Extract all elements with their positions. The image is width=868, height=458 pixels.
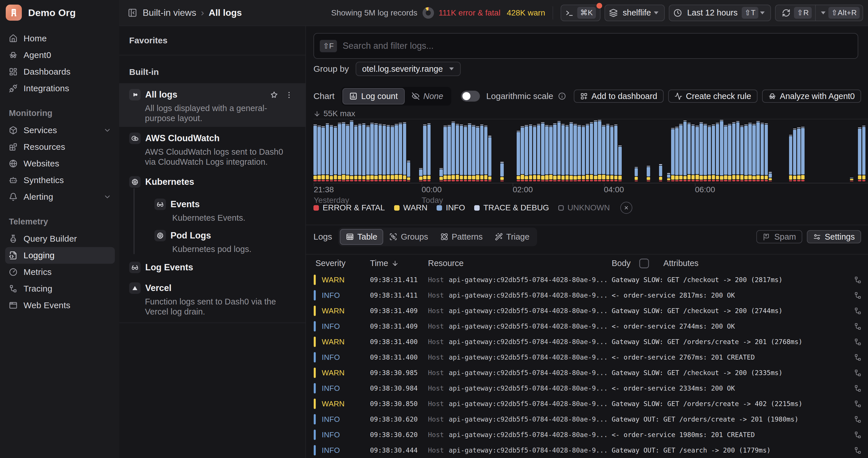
log-row[interactable]: WARN09:38:30.985Hostapi-gateway:c92db5f5…: [306, 365, 868, 381]
bar-segment-info: [334, 127, 337, 174]
tracing-icon[interactable]: [854, 276, 862, 284]
sidebar-item-resources[interactable]: Resources: [5, 139, 115, 155]
tracing-icon[interactable]: [854, 354, 862, 361]
body-column-label[interactable]: Body: [612, 259, 631, 268]
log-row[interactable]: WARN09:38:31.411Hostapi-gateway:c92db5f5…: [306, 272, 868, 288]
kebab-menu-icon[interactable]: [285, 91, 293, 99]
sidebar-item-alerting[interactable]: Alerting: [5, 189, 115, 205]
log-row[interactable]: INFO09:38:31.411Hostapi-gateway:c92db5f5…: [306, 288, 868, 303]
log-row[interactable]: WARN09:38:31.400Hostapi-gateway:c92db5f5…: [306, 334, 868, 350]
bar-segment-err: [557, 180, 561, 182]
sidebar-item-logging[interactable]: Logging: [5, 247, 115, 264]
chart-bar: [537, 124, 540, 182]
bar-segment-cap: [647, 166, 650, 166]
refresh-icon[interactable]: [782, 9, 790, 17]
log-actions-cell: [847, 323, 868, 330]
bar-segment-err: [728, 180, 732, 182]
warn-count[interactable]: 428K warn: [507, 8, 545, 18]
chart-mode-none[interactable]: None: [405, 88, 450, 104]
sidebar-item-tracing[interactable]: Tracing: [5, 281, 115, 297]
column-resource[interactable]: Resource: [428, 259, 612, 268]
collapse-panel-icon[interactable]: [128, 8, 137, 18]
time-range-button[interactable]: Last 12 hours ⇧T: [669, 5, 771, 21]
tracing-icon[interactable]: [854, 338, 862, 346]
sidebar-item-integrations[interactable]: Integrations: [5, 80, 115, 97]
group-by-select[interactable]: otel.log.severity.range: [355, 62, 461, 76]
log-row[interactable]: INFO09:38:31.400Hostapi-gateway:c92db5f5…: [306, 350, 868, 365]
log-scale-toggle[interactable]: [461, 91, 480, 102]
sidebar-item-services[interactable]: Services: [5, 122, 115, 139]
star-icon[interactable]: [270, 91, 278, 99]
log-row[interactable]: WARN09:38:30.850Hostapi-gateway:c92db5f5…: [306, 396, 868, 412]
tracing-icon[interactable]: [854, 369, 862, 377]
tracing-icon[interactable]: [854, 416, 862, 423]
chart-action-add-to-dashboard[interactable]: Add to dashboard: [574, 90, 663, 103]
sidebar-item-query-builder[interactable]: Query Builder: [5, 230, 115, 247]
view-item-kubernetes[interactable]: KubernetesEventsKubernetes Events.Pod Lo…: [119, 170, 305, 256]
spam-button[interactable]: Spam: [756, 230, 802, 243]
bar-segment-err: [850, 181, 854, 182]
sidebar-item-web-events[interactable]: Web Events: [5, 297, 115, 314]
bar-segment-err: [452, 180, 455, 182]
breadcrumb-section[interactable]: Built-in views: [143, 7, 196, 18]
severity-bar: [314, 445, 316, 455]
sidebar-item-metrics[interactable]: Metrics: [5, 264, 115, 281]
view-item-all-logs[interactable]: All logsAll logs displayed with a genera…: [119, 83, 305, 127]
view-item-vercel[interactable]: VercelFunction logs sent to Dash0 via th…: [119, 276, 305, 320]
settings-button[interactable]: Settings: [807, 230, 861, 243]
info-icon[interactable]: [558, 92, 566, 100]
bar-segment-warn: [452, 175, 455, 179]
sidebar-item-dashboards[interactable]: Dashboards: [5, 63, 115, 80]
log-row[interactable]: INFO09:38:30.620Hostapi-gateway:c92db5f5…: [306, 412, 868, 427]
command-menu-button[interactable]: ⌘K: [561, 5, 600, 21]
chart-action-label: Create check rule: [686, 92, 751, 101]
sidebar-item-home[interactable]: Home: [5, 30, 115, 47]
attributes-checkbox[interactable]: [639, 259, 649, 268]
log-row[interactable]: WARN09:38:31.409Hostapi-gateway:c92db5f5…: [306, 303, 868, 319]
logs-tab-patterns[interactable]: Patterns: [434, 229, 489, 245]
legend-item-unknown[interactable]: UNKNOWN: [558, 203, 610, 212]
chart-action-analyze-with-agent0[interactable]: Analyze with Agent0: [762, 90, 861, 103]
logs-tab-table[interactable]: Table: [340, 229, 383, 245]
chart-mode-log-count[interactable]: Log count: [342, 88, 404, 104]
workspace-picker-button[interactable]: shelflife: [604, 5, 665, 21]
bar-segment-cap: [671, 128, 675, 129]
refresh-caret-icon[interactable]: [821, 11, 826, 14]
tracing-icon[interactable]: [854, 307, 862, 315]
tracing-icon[interactable]: [854, 385, 862, 392]
log-body: <- order-service 2744ms: 200 OK: [612, 323, 735, 330]
search-input[interactable]: ⇧F Search and filter logs...: [313, 33, 858, 59]
log-row[interactable]: INFO09:38:31.409Hostapi-gateway:c92db5f5…: [306, 319, 868, 334]
sidebar-item-agent0[interactable]: Agent0: [5, 47, 115, 63]
org-switcher[interactable]: Demo Org: [5, 5, 115, 21]
sidebar-item-websites[interactable]: Websites: [5, 155, 115, 172]
logs-tab-triage[interactable]: Triage: [489, 229, 536, 245]
sidebar-item-synthetics[interactable]: Synthetics: [5, 172, 115, 189]
logs-tab-groups[interactable]: Groups: [383, 229, 434, 245]
log-row[interactable]: INFO09:38:30.444Hostapi-gateway:c92db5f5…: [306, 443, 868, 458]
org-logo: [6, 5, 22, 21]
column-severity[interactable]: Severity: [306, 259, 370, 268]
tracing-icon[interactable]: [854, 323, 862, 330]
view-item-aws-cloudwatch[interactable]: AWS CloudWatchAWS CloudWatch logs sent t…: [119, 127, 305, 170]
sliders-icon: [813, 233, 821, 241]
log-count-chart[interactable]: [313, 119, 868, 182]
agent-icon: [9, 51, 18, 59]
tracing-icon[interactable]: [854, 400, 862, 408]
tracing-icon[interactable]: [854, 431, 862, 439]
view-item-events[interactable]: EventsKubernetes Events.: [154, 192, 297, 223]
log-row[interactable]: INFO09:38:30.984Hostapi-gateway:c92db5f5…: [306, 381, 868, 396]
tracing-icon[interactable]: [854, 447, 862, 454]
view-item-pod-logs[interactable]: Pod LogsKubernetes pod logs.: [154, 223, 297, 254]
error-count[interactable]: 111K error & fatal: [439, 8, 500, 18]
column-time[interactable]: Time: [370, 259, 428, 268]
legend-close-button[interactable]: [620, 202, 632, 214]
log-row[interactable]: INFO09:38:30.620Hostapi-gateway:c92db5f5…: [306, 427, 868, 443]
chart-action-create-check-rule[interactable]: Create check rule: [668, 90, 757, 103]
tracing-icon[interactable]: [854, 292, 862, 299]
bar-segment-err: [732, 180, 736, 182]
legend-item-trace-debug[interactable]: TRACE & DEBUG: [474, 203, 549, 212]
bar-segment-cap: [358, 124, 362, 125]
severity-bar: [314, 337, 316, 347]
view-item-log-events[interactable]: Log Events: [119, 256, 305, 276]
